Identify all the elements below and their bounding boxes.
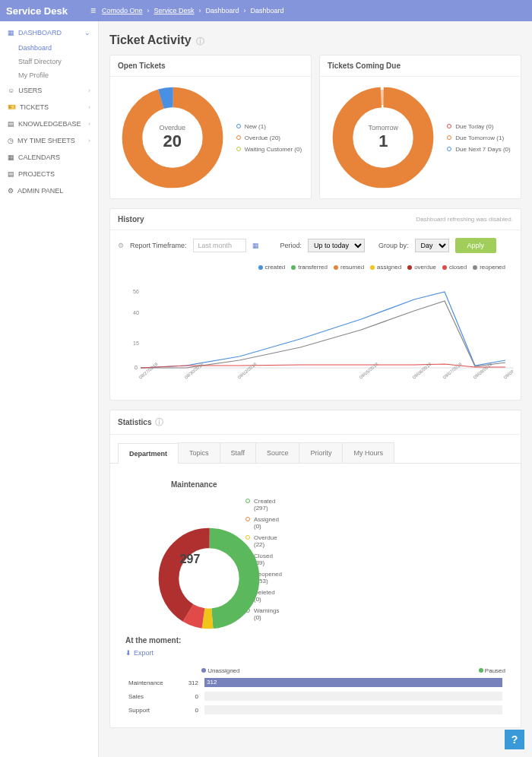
table-row: Sales 0 <box>125 689 505 703</box>
panel-title: Open Tickets <box>110 55 311 77</box>
list-icon: ▤ <box>8 170 14 178</box>
nav-projects[interactable]: ▤PROJECTS <box>0 166 98 182</box>
tab-staff[interactable]: Staff <box>220 442 256 463</box>
chevron-right-icon: › <box>88 87 90 94</box>
chevron-right-icon: › <box>88 137 90 144</box>
bar-legend: Unassigned Paused <box>125 666 505 676</box>
stats-tabs: Department Topics Staff Source Priority … <box>110 435 521 464</box>
crumb-3: Dashboard <box>251 7 284 14</box>
nav-calendars[interactable]: ▦CALENDARS <box>0 149 98 166</box>
calendar-icon: ▦ <box>8 154 14 161</box>
help-button[interactable]: ? <box>505 730 524 749</box>
book-icon: ▤ <box>8 120 14 128</box>
calendar-icon[interactable]: ▦ <box>252 242 259 249</box>
nav-tickets[interactable]: 🎫TICKETS› <box>0 99 98 116</box>
legend-open: New (1) Overdue (20) Waiting Customer (0… <box>236 123 302 153</box>
nav-kb[interactable]: ▤KNOWLEDGEBASE› <box>0 116 98 132</box>
chevron-right-icon: › <box>88 120 90 128</box>
svg-text:09/05/2018: 09/05/2018 <box>359 361 379 379</box>
svg-text:15: 15 <box>133 340 139 346</box>
help-icon[interactable]: ⓘ <box>196 36 204 46</box>
menu-icon[interactable]: ≡ <box>90 5 96 16</box>
legend-due: Due Today (0) Due Tomorrow (1) Due Next … <box>447 123 510 153</box>
panel-title: Tickets Coming Due <box>320 55 521 77</box>
svg-text:08/27/2018: 08/27/2018 <box>138 361 159 379</box>
donut-due: Tomorrow 1 <box>330 84 436 191</box>
donut-value: 297 <box>180 553 201 566</box>
tab-source[interactable]: Source <box>255 442 300 463</box>
brand: Service Desk <box>6 5 68 17</box>
topbar: Service Desk ≡ Comodo One › Service Desk… <box>0 0 532 21</box>
gear-icon[interactable]: ⚙ <box>118 242 124 249</box>
tab-priority[interactable]: Priority <box>299 442 343 463</box>
crumb-0[interactable]: Comodo One <box>102 7 143 14</box>
panel-history: History Dashboard refreshing was disable… <box>109 208 521 401</box>
moment-table: Maintenance 312 312 Sales 0 Support 0 <box>125 676 505 717</box>
help-icon[interactable]: ⓘ <box>155 417 163 426</box>
apply-button[interactable]: Apply <box>455 238 497 253</box>
cog-icon: ⚙ <box>8 187 14 195</box>
chevron-right-icon: › <box>88 103 90 111</box>
donut-value: 1 <box>378 131 388 151</box>
svg-text:0: 0 <box>135 365 138 370</box>
nav-sub-profile[interactable]: My Profile <box>0 68 98 82</box>
donut-label: Tomorrow <box>369 124 399 131</box>
dept-title: Maintenance <box>171 480 505 489</box>
stats-title: Statistics ⓘ <box>110 410 521 435</box>
moment-title: At the moment: <box>125 636 505 645</box>
svg-text:09/02/2018: 09/02/2018 <box>237 361 258 379</box>
export-button[interactable]: ⬇Export <box>125 649 505 657</box>
crumb-1[interactable]: Service Desk <box>154 7 195 14</box>
nav-admin[interactable]: ⚙ADMIN PANEL <box>0 182 98 199</box>
timeframe-input[interactable] <box>193 239 246 252</box>
chevron-down-icon: ⌄ <box>84 29 90 36</box>
panel-statistics: Statistics ⓘ Department Topics Staff Sou… <box>109 410 521 728</box>
sidebar: ▦DASHBOARD ⌄ Dashboard Staff Directory M… <box>0 21 99 757</box>
nav-users[interactable]: ☺USERS› <box>0 82 98 99</box>
panel-open-tickets: Open Tickets Overdue 20 <box>109 55 312 199</box>
tab-myhours[interactable]: My Hours <box>342 442 394 463</box>
nav-timesheets[interactable]: ◷MY TIME SHEETS› <box>0 132 98 149</box>
main: Ticket Activity ⓘ Open Tickets <box>99 21 532 757</box>
groupby-select[interactable]: Day <box>415 239 449 252</box>
svg-text:56: 56 <box>133 289 139 294</box>
history-chart: 56 40 15 0 08/27/2018 08/30/2018 09 <box>110 274 521 400</box>
groupby-label: Group by: <box>378 242 409 249</box>
download-icon: ⬇ <box>125 649 131 657</box>
user-icon: ☺ <box>8 87 14 94</box>
nav-dashboard[interactable]: ▦DASHBOARD ⌄ <box>0 24 98 41</box>
clock-icon: ◷ <box>8 137 14 144</box>
donut-open: Overdue 20 <box>119 84 226 191</box>
table-row: Support 0 <box>125 703 505 717</box>
breadcrumb: Comodo One › Service Desk › Dashboard › … <box>102 7 284 14</box>
history-title: History <box>118 215 144 223</box>
donut-maintenance: 297 <box>156 525 224 594</box>
table-row: Maintenance 312 312 <box>125 676 505 689</box>
grid-icon: ▦ <box>8 29 14 36</box>
donut-label: Overdue <box>160 124 186 131</box>
tab-topics[interactable]: Topics <box>178 442 220 463</box>
history-note: Dashboard refreshing was disabled. <box>416 216 513 223</box>
crumb-2: Dashboard <box>206 7 239 14</box>
svg-text:09/09/2018: 09/09/2018 <box>503 361 513 379</box>
page-title: Ticket Activity ⓘ <box>109 33 521 47</box>
ticket-icon: 🎫 <box>8 103 16 111</box>
nav-sub-staff[interactable]: Staff Directory <box>0 55 98 68</box>
svg-text:40: 40 <box>133 310 139 315</box>
period-select[interactable]: Up to today <box>308 239 365 252</box>
tab-department[interactable]: Department <box>118 443 179 464</box>
donut-value: 20 <box>163 131 182 151</box>
history-legend: created transferred resumed assigned ove… <box>110 261 521 274</box>
panel-coming-due: Tickets Coming Due Tomorrow 1 <box>319 55 521 199</box>
period-label: Period: <box>280 242 302 249</box>
nav-sub-dashboard[interactable]: Dashboard <box>0 41 98 55</box>
svg-text:09/06/2018: 09/06/2018 <box>412 361 432 379</box>
timeframe-label: Report Timeframe: <box>130 242 187 249</box>
